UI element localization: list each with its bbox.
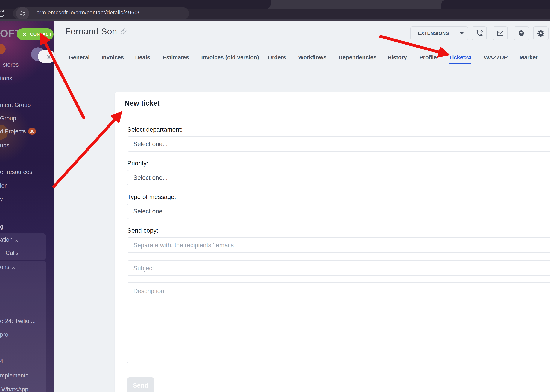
active-tab-underline xyxy=(449,63,471,64)
tab-invoices[interactable]: Invoices xyxy=(101,54,124,61)
sidebar-item-label: Calls xyxy=(6,250,19,256)
sidebar-item-g[interactable]: g xyxy=(0,224,3,230)
tab-general[interactable]: General xyxy=(69,54,90,61)
sidebar-item-tions[interactable]: tions xyxy=(0,75,12,81)
sidebar-item-label: ation xyxy=(0,236,13,243)
sidebar-item-ment-group[interactable]: ment Group xyxy=(0,102,31,108)
sidebar-item-stores[interactable]: stores xyxy=(3,62,19,68)
tab-ticket24[interactable]: Ticket24 xyxy=(449,54,471,61)
sidebar-item-label: er resources xyxy=(0,169,32,175)
sidebar-item-label: pro xyxy=(0,331,8,338)
notification-badge-partial xyxy=(0,44,6,54)
contact-tabs: General Invoices Deals Estimates Invoice… xyxy=(54,53,550,64)
sidebar-item-implementa[interactable]: mplementa... xyxy=(0,372,34,378)
sidebar-item-label: Group xyxy=(0,115,16,122)
send-copy-label: Send copy: xyxy=(127,227,158,234)
phone-icon xyxy=(475,29,483,37)
sidebar-item-calls[interactable]: Calls xyxy=(6,250,19,256)
sidebar-item-label: d Projects xyxy=(0,128,26,135)
sidebar-item-4[interactable]: 4 xyxy=(0,358,3,364)
sidebar-item-label: g xyxy=(0,223,3,230)
contact-button[interactable]: CONTACT xyxy=(17,28,54,40)
sidebar-item-label: ment Group xyxy=(0,102,31,108)
collapse-sidebar-button[interactable] xyxy=(38,50,55,63)
tab-profile[interactable]: Profile xyxy=(419,54,437,61)
sidebar: OFT stores tions ment Group Group d Proj… xyxy=(0,21,54,392)
department-select-value: Select one... xyxy=(133,140,168,147)
tab-market[interactable]: Market xyxy=(520,54,538,61)
sidebar-item-pro[interactable]: pro xyxy=(0,332,8,338)
sidebar-item-label: 4 xyxy=(0,358,3,364)
page-title: Fernand Son xyxy=(65,26,127,36)
close-icon xyxy=(22,32,27,37)
chat-sync-icon xyxy=(517,29,525,37)
browser-chrome: crm.emcsoft.io/crm/contact/details/4960/ xyxy=(0,0,550,21)
tab-estimates[interactable]: Estimates xyxy=(163,54,189,61)
priority-label: Priority: xyxy=(127,160,148,167)
chat-sync-button[interactable] xyxy=(514,26,529,40)
type-of-message-label: Type of message: xyxy=(127,193,176,201)
sidebar-item-ons[interactable]: ons xyxy=(0,264,14,270)
tab-invoices-old[interactable]: Invoices (old version) xyxy=(201,54,259,61)
sidebar-item-label: mplementa... xyxy=(0,372,34,379)
extensions-label: EXTENSIONS xyxy=(418,31,449,36)
sidebar-item-whatsapp[interactable]: WhatsApp, ... xyxy=(1,387,36,392)
sidebar-item-resources[interactable]: er resources xyxy=(0,169,32,175)
sidebar-item-group[interactable]: Group xyxy=(0,115,16,121)
tune-icon[interactable] xyxy=(16,7,29,20)
description-textarea[interactable] xyxy=(127,282,550,363)
sidebar-item-ion[interactable]: ion xyxy=(0,183,8,189)
send-button[interactable]: Send xyxy=(127,378,154,392)
department-select[interactable]: Select one... xyxy=(127,136,550,152)
subject-input[interactable] xyxy=(127,260,550,276)
card-divider xyxy=(115,115,550,115)
call-button[interactable] xyxy=(472,26,487,40)
contact-name: Fernand Son xyxy=(65,26,117,36)
sidebar-item-y[interactable]: y xyxy=(0,196,3,202)
sidebar-item-projects[interactable]: d Projects xyxy=(0,128,26,134)
contact-button-label: CONTACT xyxy=(30,32,52,37)
extensions-button[interactable]: EXTENSIONS xyxy=(410,26,468,40)
reload-icon[interactable] xyxy=(0,10,6,18)
link-icon[interactable] xyxy=(120,28,127,35)
sidebar-item-label: tions xyxy=(0,75,12,82)
browser-tab-shape-right[interactable] xyxy=(441,0,550,9)
caret-down-icon xyxy=(460,32,464,35)
settings-button[interactable] xyxy=(533,26,549,40)
sidebar-item-label: ons xyxy=(0,264,9,270)
type-select-value: Select one... xyxy=(133,208,168,215)
envelope-icon xyxy=(496,29,504,37)
chrome-divider xyxy=(0,19,550,21)
tab-deals[interactable]: Deals xyxy=(135,54,150,61)
tab-wazzup[interactable]: WAZZUP xyxy=(484,54,508,61)
sidebar-item-label: ion xyxy=(0,182,8,189)
tab-dependencies[interactable]: Dependencies xyxy=(338,54,377,61)
sidebar-item-ups[interactable]: ups xyxy=(0,142,9,148)
chevron-up-icon xyxy=(11,267,15,270)
sidebar-item-label: stores xyxy=(3,61,19,68)
address-bar[interactable]: crm.emcsoft.io/crm/contact/details/4960/ xyxy=(13,7,189,20)
sidebar-item-ation[interactable]: ation xyxy=(0,237,18,243)
email-button[interactable] xyxy=(493,26,508,40)
sidebar-item-label: WhatsApp, ... xyxy=(1,386,36,392)
new-ticket-heading: New ticket xyxy=(124,99,160,107)
type-of-message-select[interactable]: Select one... xyxy=(127,204,550,219)
collapse-arrow-icon xyxy=(45,53,52,60)
url-text[interactable]: crm.emcsoft.io/crm/contact/details/4960/ xyxy=(36,9,139,16)
priority-select[interactable]: Select one... xyxy=(127,170,550,185)
sidebar-item-label: ups xyxy=(0,142,9,149)
chevron-up-icon xyxy=(15,240,18,243)
projects-count-badge: 30 xyxy=(28,128,36,135)
tab-workflows[interactable]: Workflows xyxy=(298,54,327,61)
sidebar-item-label: y xyxy=(0,196,3,202)
priority-select-value: Select one... xyxy=(133,174,168,181)
browser-toolbar: crm.emcsoft.io/crm/contact/details/4960/ xyxy=(0,9,550,19)
tab-history[interactable]: History xyxy=(387,54,407,61)
new-ticket-card: New ticket Select departament: Select on… xyxy=(115,92,550,392)
department-label: Select departament: xyxy=(127,126,183,133)
send-copy-input[interactable] xyxy=(127,237,550,253)
gear-icon xyxy=(537,29,545,37)
sidebar-item-twilio[interactable]: er24: Twilio ... xyxy=(0,318,36,324)
tab-orders[interactable]: Orders xyxy=(268,54,286,61)
sidebar-item-label: er24: Twilio ... xyxy=(0,318,36,324)
